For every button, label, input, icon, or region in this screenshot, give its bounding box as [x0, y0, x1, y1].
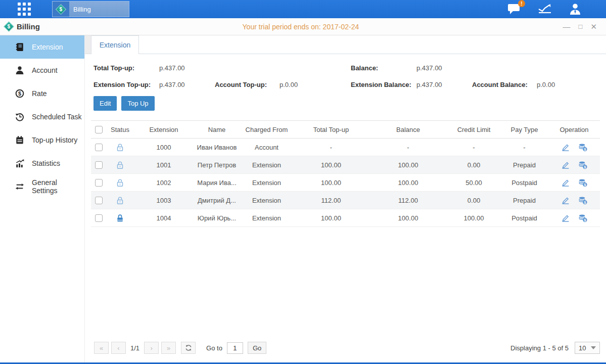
total-topup-cell: 100.00 — [293, 174, 369, 192]
tab-extension[interactable]: Extension — [91, 35, 139, 54]
lock-open-icon — [116, 143, 124, 152]
sidebar-item-extension[interactable]: Extension — [0, 35, 84, 59]
col-charged-from: Charged From — [240, 121, 293, 139]
last-page-button[interactable]: » — [161, 342, 176, 354]
name-cell: Иван Иванов — [194, 139, 240, 156]
refresh-button[interactable] — [181, 342, 196, 354]
tab-label: Extension — [100, 41, 130, 49]
app-window: $ Billing ! — [0, 0, 606, 364]
top-up-coins-icon[interactable]: $ — [578, 143, 587, 152]
page-indicator: 1/1 — [130, 344, 139, 352]
charged-from-cell: Extension — [240, 192, 293, 209]
title-bar: $ Billing Your trial period ends on: 201… — [0, 18, 606, 35]
extension-cell: 1004 — [134, 209, 194, 227]
name-cell: Юрий Юрь... — [194, 209, 240, 227]
app-title: Billing — [17, 22, 40, 31]
sidebar-item-label: Rate — [32, 89, 47, 98]
row-checkbox[interactable] — [95, 144, 103, 151]
minimize-button[interactable]: — — [563, 23, 571, 30]
lock-open-icon — [116, 161, 124, 169]
top-up-button[interactable]: Top Up — [121, 96, 154, 111]
extension-balance-label: Extension Balance: — [351, 81, 416, 88]
page-size-select[interactable]: 10 — [575, 342, 600, 354]
pagination-bar: « ‹ 1/1 › » Go to Go Displaying — [85, 338, 606, 362]
extension-cell: 1001 — [134, 156, 194, 174]
edit-pencil-icon[interactable] — [561, 178, 570, 187]
apps-grid-icon[interactable] — [18, 3, 31, 16]
charged-from-cell: Extension — [240, 156, 293, 174]
goto-label: Go to — [206, 344, 222, 352]
sidebar-item-label: Extension — [32, 43, 63, 51]
sidebar-item-topup-history[interactable]: Top-up History — [0, 128, 84, 152]
svg-text:$: $ — [584, 200, 586, 204]
taskbar-tab-billing[interactable]: $ Billing — [52, 1, 129, 17]
account-balance-value: p.0.00 — [537, 81, 606, 88]
table-row: 1002 Мария Ива... Extension 100.00 100.0… — [91, 174, 600, 192]
rate-dollar-icon: $ — [15, 89, 24, 98]
edit-pencil-icon[interactable] — [561, 196, 570, 205]
row-checkbox[interactable] — [95, 179, 103, 187]
status-cell — [106, 192, 134, 209]
row-checkbox[interactable] — [95, 197, 103, 204]
refresh-icon — [185, 344, 192, 351]
sidebar-item-label: Account — [32, 66, 58, 74]
balance-cell: 112.00 — [369, 192, 447, 209]
pay-type-cell: - — [500, 139, 548, 156]
col-credit-limit: Credit Limit — [447, 121, 500, 139]
top-up-coins-icon[interactable]: $ — [578, 196, 587, 205]
edit-button[interactable]: Edit — [94, 96, 117, 111]
sidebar-item-statistics[interactable]: Statistics — [0, 152, 84, 175]
col-pay-type: Pay Type — [500, 121, 548, 139]
extensions-table: Status Extension Name Charged From Total… — [91, 120, 600, 227]
select-all-checkbox[interactable] — [95, 126, 103, 133]
name-cell: Петр Петров — [194, 156, 240, 174]
table-row: 1000 Иван Иванов Account - - - - $ — [91, 139, 600, 156]
sidebar-item-scheduled-task[interactable]: Scheduled Task — [0, 105, 84, 128]
goto-page-input[interactable] — [227, 342, 243, 354]
maximize-button[interactable]: □ — [579, 23, 583, 30]
sidebar-item-general-settings[interactable]: General Settings — [0, 175, 84, 198]
top-up-coins-icon[interactable]: $ — [578, 214, 587, 222]
billing-diamond-icon: $ — [53, 2, 69, 17]
svg-text:$: $ — [584, 165, 586, 169]
top-up-coins-icon[interactable]: $ — [578, 178, 587, 187]
credit-limit-cell: 50.00 — [447, 174, 500, 192]
summary-panel: Total Top-up: p.437.00 Extension Top-up:… — [85, 54, 606, 88]
user-account-icon[interactable] — [569, 3, 582, 15]
general-settings-arrows-icon — [15, 182, 24, 191]
sidebar-item-account[interactable]: Account — [0, 59, 84, 82]
extension-balance-value: p.437.00 — [416, 81, 472, 88]
status-cell — [106, 174, 134, 192]
edit-pencil-icon[interactable] — [561, 143, 570, 152]
top-up-coins-icon[interactable]: $ — [578, 161, 587, 169]
credit-limit-cell: 0.00 — [447, 192, 500, 209]
prev-page-button[interactable]: ‹ — [111, 342, 126, 354]
row-checkbox[interactable] — [95, 161, 103, 169]
row-checkbox[interactable] — [95, 214, 103, 222]
reports-chart-icon[interactable] — [538, 3, 552, 15]
extension-topup-value: p.437.00 — [159, 81, 215, 88]
edit-pencil-icon[interactable] — [561, 161, 570, 169]
statistics-chart-icon — [15, 159, 24, 168]
next-page-button[interactable]: › — [144, 342, 159, 354]
sidebar-item-label: General Settings — [32, 178, 84, 195]
pay-type-cell: Prepaid — [500, 192, 548, 209]
extension-topup-label: Extension Top-up: — [94, 81, 159, 88]
pay-type-cell: Postpaid — [500, 209, 548, 227]
name-cell: Дмитрий Д... — [194, 192, 240, 209]
table-row: 1001 Петр Петров Extension 100.00 100.00… — [91, 156, 600, 174]
account-topup-value: p.0.00 — [279, 81, 351, 88]
total-topup-cell: 100.00 — [293, 209, 369, 227]
lock-closed-icon — [116, 214, 124, 222]
total-topup-label: Total Top-up: — [94, 64, 159, 72]
close-button[interactable]: ✕ — [590, 23, 597, 30]
trial-notice: Your trial period ends on: 2017-02-24 — [243, 23, 359, 31]
svg-text:$: $ — [584, 218, 586, 222]
notifications-chat-icon[interactable]: ! — [507, 3, 521, 15]
go-button[interactable]: Go — [248, 342, 266, 354]
charged-from-cell: Extension — [240, 174, 293, 192]
chevron-down-icon — [591, 346, 596, 349]
first-page-button[interactable]: « — [94, 342, 109, 354]
sidebar-item-rate[interactable]: $ Rate — [0, 82, 84, 105]
edit-pencil-icon[interactable] — [561, 214, 570, 222]
